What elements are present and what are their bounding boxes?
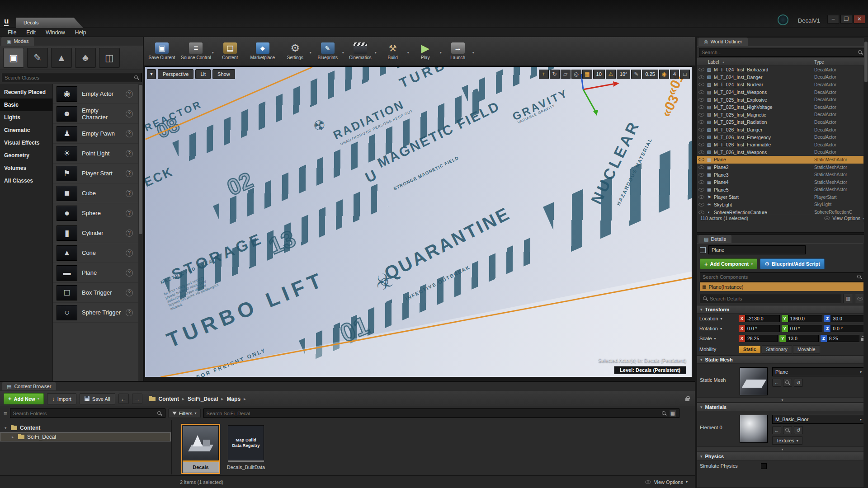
materials-section-header[interactable]: ▾ Materials — [697, 403, 868, 411]
location-y-field[interactable]: 1360.0 — [788, 315, 823, 322]
reset-icon[interactable]: ↺ — [794, 379, 803, 387]
mode-foliage-button[interactable]: ♣ — [75, 48, 96, 68]
location-z-field[interactable]: 30.0 — [830, 315, 865, 322]
placeable-item[interactable]: Cylinder ? — [53, 223, 143, 243]
search-assets-input[interactable] — [207, 411, 659, 416]
content-browser-tab[interactable]: ▤ Content Browser — [2, 382, 56, 390]
visibility-eye-icon[interactable] — [698, 203, 704, 206]
back-button[interactable]: ← — [118, 394, 129, 404]
blueprint-add-script-button[interactable]: Blueprint/Add Script — [760, 258, 825, 269]
expand-advanced-strip[interactable]: ▾ — [697, 446, 868, 452]
help-icon[interactable]: ? — [126, 150, 133, 157]
help-icon[interactable]: ? — [126, 269, 133, 277]
outliner-row[interactable]: M_T_026_Inst_Emergency DecalActor — [697, 133, 868, 141]
world-space-icon[interactable]: ◎ — [571, 70, 581, 79]
toolbar-button[interactable]: Settings ▾ — [279, 38, 311, 65]
placeable-item[interactable]: Empty Pawn ? — [53, 124, 143, 144]
outliner-row[interactable]: Plane StaticMeshActor — [697, 156, 868, 164]
right-panel-scrollbar[interactable] — [864, 37, 868, 488]
toolbar-button[interactable]: Blueprints ▾ — [311, 38, 344, 65]
scale-label[interactable]: Scale▾ — [699, 336, 736, 341]
outliner-row[interactable]: M_T_024_Inst_Nuclear DecalActor — [697, 81, 868, 89]
viewport-options-button[interactable]: ▼ — [147, 69, 156, 79]
outliner-row[interactable]: SkyLight SkyLight — [697, 201, 868, 209]
visibility-eye-icon[interactable] — [698, 180, 704, 184]
menu-item[interactable]: Window — [41, 28, 70, 37]
toolbar-button[interactable]: Marketplace — [246, 38, 279, 65]
help-icon[interactable]: ? — [126, 170, 133, 177]
property-matrix-icon[interactable]: ▥ — [843, 294, 853, 303]
mode-place-button[interactable]: ▣ — [3, 48, 24, 68]
visibility-eye-icon[interactable] — [698, 173, 704, 177]
outliner-row[interactable]: M_T_026_Inst_Danger DecalActor — [697, 126, 868, 134]
save-all-button[interactable]: Save All — [80, 393, 115, 404]
outliner-row[interactable]: M_T_025_Inst_Radiation DecalActor — [697, 118, 868, 126]
perspective-button[interactable]: Perspective — [158, 69, 193, 79]
maximize-viewport-icon[interactable]: □ — [680, 70, 690, 79]
outliner-row[interactable]: M_T_024_Inst_Biohazard DecalActor — [697, 66, 868, 74]
visibility-eye-icon[interactable] — [698, 75, 704, 79]
placeable-item[interactable]: Box Trigger ? — [53, 283, 143, 303]
viewport-3d[interactable]: TURBO LIFTFOR FREIGHT ONLY01STORAGE13RES… — [145, 66, 692, 377]
view-options-button[interactable]: View Options ▾ — [645, 479, 688, 485]
scale-snap-icon[interactable]: ✎ — [631, 70, 641, 79]
use-selected-icon[interactable]: ← — [772, 426, 781, 434]
static-mesh-dropdown[interactable]: Plane ▾ — [772, 367, 865, 376]
visibility-eye-icon[interactable] — [698, 128, 704, 131]
outliner-row[interactable]: M_T_024_Inst_Weapons DecalActor — [697, 89, 868, 96]
modes-category[interactable]: Recently Placed — [0, 86, 52, 99]
scale-z-field[interactable]: 8.25 — [827, 335, 859, 342]
location-label[interactable]: Location▾ — [699, 316, 736, 321]
breadcrumb-item[interactable]: SciFi_Decal — [188, 396, 218, 402]
folder-tree-row[interactable]: Content — [0, 423, 171, 432]
browse-icon[interactable] — [783, 379, 792, 387]
material-thumbnail[interactable] — [740, 415, 768, 443]
grid-snap-icon[interactable]: ▦ — [582, 70, 592, 79]
visibility-eye-icon[interactable] — [698, 195, 704, 199]
placeable-item[interactable]: Player Start ? — [53, 164, 143, 183]
mobility-option-button[interactable]: Stationary — [762, 345, 792, 354]
visibility-eye-icon[interactable] — [698, 113, 704, 117]
folder-tree-row[interactable]: SciFi_Decal — [0, 432, 171, 441]
use-selected-icon[interactable]: ← — [772, 379, 781, 387]
world-outliner-tab[interactable]: ◎ World Outliner — [698, 38, 748, 46]
menu-item[interactable]: Help — [70, 28, 91, 37]
close-button[interactable]: ✕ — [854, 15, 865, 23]
location-x-field[interactable]: -2130.0 — [745, 315, 780, 322]
expand-arrow-icon[interactable] — [12, 435, 15, 439]
save-search-icon[interactable]: ▦ — [669, 410, 676, 417]
filters-button[interactable]: Filters ▾ — [168, 408, 201, 418]
camera-speed-icon[interactable]: ◉ — [659, 70, 669, 79]
mode-geometry-button[interactable]: ◫ — [99, 48, 120, 68]
placeable-item[interactable]: Sphere Trigger ? — [53, 303, 143, 323]
modes-category[interactable]: Cinematic — [0, 124, 52, 136]
help-icon[interactable]: ? — [126, 110, 133, 117]
camera-speed-value[interactable]: 4 — [670, 70, 679, 79]
rotation-y-field[interactable]: 0.0 ° — [788, 325, 823, 332]
expand-arrow-icon[interactable] — [5, 426, 8, 430]
asset-tile[interactable]: Map Build Data Registry Decals_BuiltData — [228, 425, 264, 473]
material-dropdown[interactable]: M_Basic_Floor ▾ — [772, 415, 865, 424]
outliner-search-input[interactable] — [702, 50, 856, 55]
placeable-item[interactable]: Cone ? — [53, 243, 143, 263]
forward-button[interactable]: → — [132, 394, 142, 404]
details-tab[interactable]: ▤ Details — [698, 235, 731, 244]
add-component-button[interactable]: + Add Component ▾ — [700, 258, 757, 269]
mode-paint-button[interactable]: ✎ — [27, 48, 48, 68]
minimize-button[interactable]: – — [827, 15, 839, 23]
outliner-row[interactable]: Plane5 StaticMeshActor — [697, 186, 868, 194]
placeable-item[interactable]: Empty Actor ? — [53, 84, 143, 104]
outliner-row[interactable]: M_T_026_Inst_Weapons DecalActor — [697, 149, 868, 156]
help-icon[interactable]: ? — [126, 230, 133, 237]
search-components-input[interactable] — [703, 274, 855, 280]
modes-category[interactable]: Volumes — [0, 162, 52, 174]
mode-landscape-button[interactable]: ▲ — [51, 48, 72, 68]
import-button[interactable]: ↓ Import — [47, 393, 76, 404]
grid-snap-value[interactable]: 10 — [593, 70, 605, 79]
visibility-eye-icon[interactable] — [698, 158, 704, 161]
add-new-button[interactable]: + Add New ▾ — [4, 393, 44, 404]
help-icon[interactable]: ? — [126, 289, 133, 296]
breadcrumb-item[interactable]: Content — [159, 396, 179, 402]
sources-panel-icon[interactable]: ≡ — [4, 410, 7, 417]
placeable-item[interactable]: Empty Character ? — [53, 104, 143, 124]
